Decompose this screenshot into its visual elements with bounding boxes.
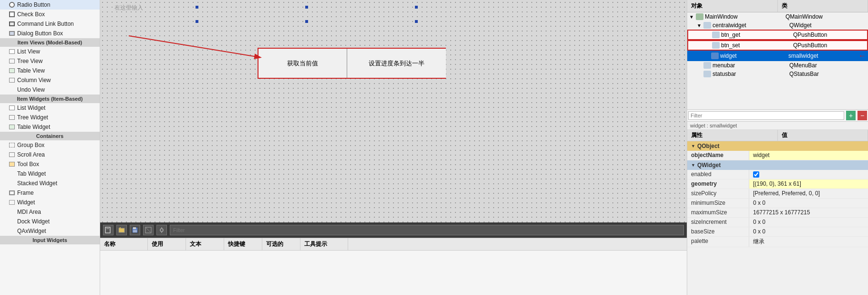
tree-row-centralwidget[interactable]: ▼centralwidgetQWidget xyxy=(687,21,868,30)
sidebar-item-scroll-area[interactable]: Scroll Area xyxy=(0,150,100,159)
svg-line-11 xyxy=(145,227,151,233)
sidebar-label: Tree View xyxy=(17,58,42,64)
tree-header-class: 类 xyxy=(778,0,868,12)
sidebar-label: Table Widget xyxy=(17,124,50,130)
sidebar-item-group-box[interactable]: Group Box xyxy=(0,140,100,150)
sidebar-item-check-box[interactable]: Check Box xyxy=(0,10,100,19)
arrows-overlay xyxy=(100,0,687,222)
qax-icon xyxy=(9,228,15,234)
bottom-toolbar xyxy=(100,222,687,238)
prop-row-objectName[interactable]: objectNamewidget xyxy=(687,151,868,160)
sidebar-item-tool-box[interactable]: Tool Box xyxy=(0,159,100,169)
sidebar-item-dialog-button-box[interactable]: Dialog Button Box xyxy=(0,29,100,38)
sidebar-item-tab-widget[interactable]: Tab Widget xyxy=(0,169,100,179)
table-icon xyxy=(9,124,15,130)
tree-row-widget[interactable]: widgetsmallwidget← xyxy=(687,51,868,61)
tree-row-icon xyxy=(711,53,719,59)
sidebar-item-undo-view[interactable]: Undo View xyxy=(0,85,100,95)
sidebar-item-frame[interactable]: Frame xyxy=(0,188,100,198)
sidebar-label: Undo View xyxy=(17,86,45,93)
sidebar-category-containers: Containers xyxy=(0,132,100,140)
sidebar-label: Widget xyxy=(17,199,35,206)
prop-row-enabled[interactable]: enabled xyxy=(687,170,868,179)
sidebar-item-column-view[interactable]: Column View xyxy=(0,75,100,85)
tree-row-btn_get[interactable]: btn_getQPushButton xyxy=(687,30,868,40)
toolbar-open-btn[interactable] xyxy=(116,225,127,235)
prop-checkbox[interactable] xyxy=(753,171,759,178)
btn-get-current[interactable]: 获取当前值 xyxy=(258,49,347,78)
prop-row-sizePolicy[interactable]: sizePolicy[Preferred, Preferred, 0, 0] xyxy=(687,189,868,199)
prop-value-cell[interactable]: 继承 xyxy=(749,237,868,247)
toolbar-save-btn[interactable] xyxy=(130,225,140,235)
prop-name-cell: geometry xyxy=(687,179,749,189)
tree-row-class: smallwidget xyxy=(788,53,857,59)
tree-row-MainWindow[interactable]: ▼MainWindowQMainWindow xyxy=(687,12,868,21)
prop-name-cell: sizeIncrement xyxy=(687,218,749,227)
toolbar-refresh-btn[interactable] xyxy=(143,225,154,235)
action-col-name: 名称 xyxy=(100,238,148,250)
sidebar-item-stacked-widget[interactable]: Stacked Widget xyxy=(0,179,100,188)
widget-icon xyxy=(9,199,15,206)
tree-row-btn_set[interactable]: btn_setQPushButton xyxy=(687,40,868,51)
action-table-header: 名称 使用 文本 快捷键 可选的 工具提示 xyxy=(100,238,687,251)
prop-value-cell[interactable]: widget xyxy=(749,151,868,160)
handle-5 xyxy=(305,20,308,23)
filter-add-button[interactable]: + xyxy=(846,111,856,120)
prop-value-cell[interactable]: 16777215 x 16777215 xyxy=(749,208,868,217)
tree-expand-arrow: ▼ xyxy=(689,14,695,20)
sidebar-item-dock-widget[interactable]: Dock Widget xyxy=(0,217,100,226)
prop-value-cell[interactable]: 0 x 0 xyxy=(749,218,868,227)
prop-value-cell[interactable]: 0 x 0 xyxy=(749,227,868,236)
sidebar-item-command-link-button[interactable]: Command Link Button xyxy=(0,19,100,29)
tree-row-statusbar[interactable]: statusbarQStatusBar xyxy=(687,70,868,78)
property-filter-input[interactable] xyxy=(688,111,844,120)
sidebar-item-table-widget[interactable]: Table Widget xyxy=(0,122,100,132)
action-col-shortcut: 快捷键 xyxy=(224,238,262,250)
prop-section-QWidget[interactable]: ▼QWidget xyxy=(687,160,868,170)
widget-label-text: widget : smallwidget xyxy=(687,122,868,130)
sidebar-item-qaxwidget[interactable]: QAxWidget xyxy=(0,226,100,236)
sidebar-item-list-widget[interactable]: List Widget xyxy=(0,103,100,113)
tree-row-name: menubar xyxy=(713,62,789,69)
prop-row-palette[interactable]: palette继承 xyxy=(687,237,868,247)
tree-row-class: QPushButton xyxy=(793,32,865,38)
prop-name-cell: maximumSize xyxy=(687,208,749,217)
sidebar-item-list-view[interactable]: List View xyxy=(0,47,100,56)
filter-minus-button[interactable]: − xyxy=(858,111,867,120)
prop-row-baseSize[interactable]: baseSize0 x 0 xyxy=(687,227,868,237)
group-icon xyxy=(9,142,15,148)
sidebar-item-table-view[interactable]: Table View xyxy=(0,66,100,75)
sidebar-item-tree-view[interactable]: Tree View xyxy=(0,56,100,66)
prop-value-cell[interactable]: [(190, 0), 361 x 61] xyxy=(749,179,868,189)
sidebar-category-item-widgets-(item-based): Item Widgets (Item-Based) xyxy=(0,95,100,103)
sidebar-label: Stacked Widget xyxy=(17,180,57,187)
canvas-area[interactable]: 在这里输入 获取当前值 设置进度条到达一半 xyxy=(100,0,687,222)
prop-row-sizeIncrement[interactable]: sizeIncrement0 x 0 xyxy=(687,218,868,227)
sidebar-item-radio-button[interactable]: Radio Button xyxy=(0,0,100,10)
sidebar-item-mdi-area[interactable]: MDI Area xyxy=(0,207,100,217)
tree-row-class: QStatusBar xyxy=(789,71,866,77)
prop-value-cell[interactable]: [Preferred, Preferred, 0, 0] xyxy=(749,189,868,198)
prop-value-cell[interactable]: 0 x 0 xyxy=(749,199,868,208)
prop-value-cell[interactable] xyxy=(749,170,868,179)
tree-icon xyxy=(9,114,15,121)
prop-row-geometry[interactable]: geometry[(190, 0), 361 x 61] xyxy=(687,179,868,189)
sidebar-label: Tree Widget xyxy=(17,114,48,121)
section-name-label: QObject xyxy=(697,143,720,149)
prop-section-QObject[interactable]: ▼QObject xyxy=(687,141,868,151)
prop-name-cell: enabled xyxy=(687,170,749,179)
tree-row-menubar[interactable]: menubarQMenuBar xyxy=(687,61,868,70)
sidebar-label: Tab Widget xyxy=(17,170,46,177)
prop-row-minimumSize[interactable]: minimumSize0 x 0 xyxy=(687,199,868,208)
prop-row-maximumSize[interactable]: maximumSize16777215 x 16777215 xyxy=(687,208,868,218)
tree-row-class: QMenuBar xyxy=(789,62,866,69)
btn-set-halfway[interactable]: 设置进度条到达一半 xyxy=(347,49,446,78)
tool-icon xyxy=(9,161,15,168)
section-expand-icon: ▼ xyxy=(691,163,695,168)
sidebar-item-tree-widget[interactable]: Tree Widget xyxy=(0,113,100,122)
toolbar-settings-btn[interactable] xyxy=(156,225,167,235)
filter-input-toolbar[interactable] xyxy=(170,225,684,235)
sidebar-item-widget[interactable]: Widget xyxy=(0,198,100,207)
svg-point-12 xyxy=(160,229,163,232)
toolbar-new-btn[interactable] xyxy=(103,225,114,235)
